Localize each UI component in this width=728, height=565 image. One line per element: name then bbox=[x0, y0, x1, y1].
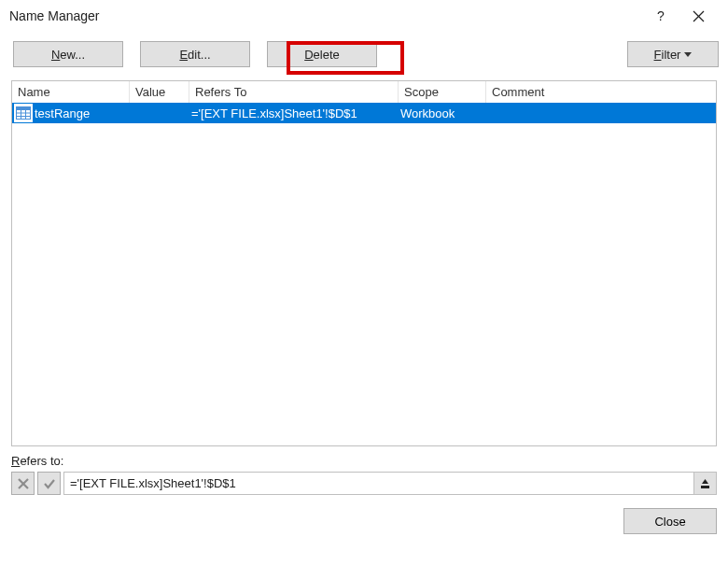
close-button[interactable]: Close bbox=[623, 508, 717, 534]
column-header-scope[interactable]: Scope bbox=[399, 81, 486, 103]
delete-button[interactable]: Delete bbox=[267, 41, 377, 67]
list-body: testRange ='[EXT FILE.xlsx]Sheet1'!$D$1 … bbox=[12, 103, 716, 123]
close-icon bbox=[693, 10, 705, 22]
svg-rect-3 bbox=[17, 107, 31, 111]
column-header-value[interactable]: Value bbox=[130, 81, 189, 103]
dialog-footer: Close bbox=[0, 495, 728, 534]
column-header-comment[interactable]: Comment bbox=[486, 81, 716, 103]
window-close-button[interactable] bbox=[679, 3, 717, 29]
cancel-refers-button[interactable] bbox=[11, 472, 35, 495]
refers-to-input[interactable] bbox=[64, 473, 693, 494]
title-bar: Name Manager ? bbox=[0, 0, 728, 37]
check-icon bbox=[43, 477, 56, 490]
column-header-refers-to[interactable]: Refers To bbox=[189, 81, 399, 103]
refers-to-section: Refers to: bbox=[11, 454, 717, 495]
collapse-dialog-button[interactable] bbox=[693, 473, 716, 494]
svg-marker-11 bbox=[702, 479, 708, 484]
chevron-down-icon bbox=[684, 52, 692, 57]
edit-button[interactable]: Edit... bbox=[140, 41, 250, 67]
refers-to-input-wrap bbox=[63, 472, 717, 495]
names-list: Name Value Refers To Scope Comment testR… bbox=[11, 80, 717, 446]
filter-button[interactable]: Filter bbox=[627, 41, 719, 67]
refers-to-label: Refers to: bbox=[11, 454, 717, 468]
toolbar: New... Edit... Delete Filter bbox=[0, 37, 728, 80]
window-title: Name Manager bbox=[9, 8, 642, 23]
cell-refers-to: ='[EXT FILE.xlsx]Sheet1'!$D$1 bbox=[191, 106, 400, 120]
column-header-name[interactable]: Name bbox=[12, 81, 130, 103]
collapse-icon bbox=[700, 478, 710, 489]
new-button[interactable]: New... bbox=[13, 41, 123, 67]
list-header: Name Value Refers To Scope Comment bbox=[12, 81, 716, 103]
cell-name: testRange bbox=[35, 106, 132, 120]
table-icon bbox=[14, 104, 33, 122]
accept-refers-button[interactable] bbox=[37, 472, 61, 495]
table-row[interactable]: testRange ='[EXT FILE.xlsx]Sheet1'!$D$1 … bbox=[12, 103, 716, 123]
x-icon bbox=[17, 477, 30, 490]
cell-scope: Workbook bbox=[400, 106, 488, 120]
help-button[interactable]: ? bbox=[642, 3, 679, 29]
svg-rect-10 bbox=[701, 486, 709, 488]
